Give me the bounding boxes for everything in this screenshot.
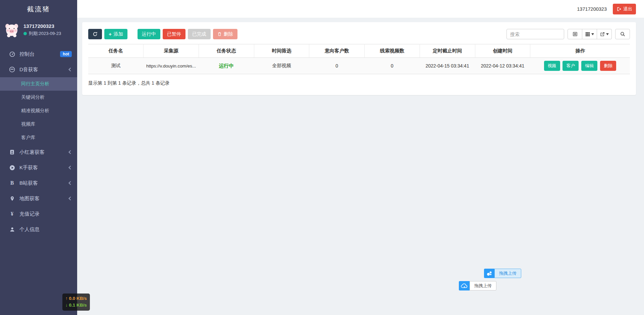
letter-b-icon: B — [9, 180, 15, 186]
cell-time-filter: 全部视频 — [254, 58, 309, 74]
cell-created: 2022-04-12 03:34:41 — [475, 58, 530, 74]
filter-completed-button[interactable]: 已完成 — [188, 29, 211, 39]
refresh-button[interactable] — [88, 29, 102, 39]
cloud-drag-upload-widget[interactable]: 拖拽上传 — [459, 281, 496, 290]
sidebar-item-recharge[interactable]: ¥ 充值记录 — [0, 206, 77, 222]
drag-upload-label: 拖拽上传 — [494, 269, 521, 278]
search-button[interactable] — [615, 29, 630, 39]
row-video-button[interactable]: 视频 — [544, 61, 560, 71]
col-time-filter[interactable]: 时间筛选 — [254, 44, 309, 58]
row-delete-button[interactable]: 删除 — [600, 61, 616, 71]
drag-upload-label: 拖拽上传 — [470, 281, 496, 290]
up-arrow-icon: ↑ — [65, 296, 68, 301]
sidebar-item-map[interactable]: 地图获客 — [0, 191, 77, 206]
cell-task-name: 测试 — [88, 58, 144, 74]
table-view-button-group — [568, 29, 612, 39]
address-book-icon — [9, 149, 15, 155]
cell-lead-videos: 0 — [365, 58, 420, 74]
sidebar: 截流猪 13717200323 到期:2023-09-23 — [0, 0, 77, 315]
sidebar-subitem-peer-homepage[interactable]: 同行主页分析 — [0, 77, 77, 91]
sidebar-item-xiaohongshu[interactable]: 小红薯获客 — [0, 144, 77, 160]
filter-paused-button[interactable]: 已暂停 — [163, 29, 185, 39]
topbar: 13717200323 退出 — [77, 0, 644, 18]
col-deadline[interactable]: 定时截止时间 — [420, 44, 475, 58]
toolbar-left: + 添加 运行中 已暂停 已完成 删除 — [88, 29, 237, 39]
cloud-icon — [459, 281, 470, 290]
logout-icon — [616, 7, 621, 11]
netdisk-drag-upload-widget[interactable]: 拖拽上传 — [484, 269, 521, 278]
chevron-left-icon — [68, 150, 72, 154]
sidebar-item-label: 个人信息 — [19, 226, 40, 233]
chevron-left-icon — [68, 181, 72, 185]
sidebar-item-label: K手获客 — [19, 165, 38, 171]
table-row: 测试 https://v.douyin.com/es... 运行中 全部视频 0… — [88, 58, 630, 74]
network-speed-overlay: ↑ 0.0 KB/s ↓ 0.1 KB/s — [62, 294, 90, 311]
sidebar-item-label: 地图获客 — [19, 195, 40, 202]
sidebar-item-console[interactable]: 控制台 hot — [0, 46, 77, 62]
add-button[interactable]: + 添加 — [104, 29, 127, 39]
sidebar-subitem-precise-video[interactable]: 精准视频分析 — [0, 104, 77, 118]
add-label: 添加 — [114, 31, 123, 37]
magnifier-icon — [620, 32, 625, 37]
delete-button[interactable]: 删除 — [213, 29, 237, 39]
cell-deadline: 2022-04-15 03:34:41 — [420, 58, 475, 74]
sidebar-subitem-keyword[interactable]: 关键词分析 — [0, 91, 77, 104]
table-header-row: 任务名 采集源 任务状态 时间筛选 意向客户数 线索视频数 定时截止时间 创建时… — [88, 44, 630, 58]
col-actions[interactable]: 操作 — [530, 44, 630, 58]
upload-speed-value: 0.0 KB/s — [69, 296, 87, 301]
chevron-left-icon — [68, 196, 72, 200]
filter-running-button[interactable]: 运行中 — [138, 29, 160, 39]
caret-down-icon — [606, 33, 609, 35]
expiry-text: 到期:2023-09-23 — [29, 31, 61, 37]
online-status-dot — [23, 32, 27, 35]
pig-avatar — [4, 22, 19, 38]
search-input[interactable] — [506, 29, 564, 39]
user-icon — [9, 226, 15, 233]
col-source[interactable]: 采集源 — [144, 44, 199, 58]
sidebar-item-label: 充值记录 — [19, 211, 40, 217]
sidebar-item-kuaishou[interactable]: K手获客 — [0, 160, 77, 175]
play-circle-icon — [9, 164, 15, 171]
cell-actions: 视频 客户 编辑 删除 — [530, 58, 630, 74]
columns-dropdown-button[interactable] — [582, 29, 597, 39]
caret-down-icon — [591, 33, 594, 35]
sidebar-item-profile[interactable]: 个人信息 — [0, 222, 77, 237]
sidebar-nav: 控制台 hot D音获客 同行主页分析 关键词分析 精准视频分析 视频库 客户库 — [0, 46, 77, 237]
sidebar-item-label: D音获客 — [19, 66, 38, 73]
app-brand: 截流猪 — [0, 0, 77, 18]
toolbar-spacer — [130, 29, 135, 39]
sidebar-item-bilibili[interactable]: B B站获客 — [0, 175, 77, 191]
handshake-icon — [9, 66, 15, 73]
col-intent-customers[interactable]: 意向客户数 — [309, 44, 365, 58]
sidebar-item-douyin[interactable]: D音获客 — [0, 62, 77, 77]
sidebar-subitem-customer-lib[interactable]: 客户库 — [0, 131, 77, 144]
row-customer-button[interactable]: 客户 — [562, 61, 579, 71]
topbar-username: 13717200323 — [577, 6, 607, 12]
panel-toolbar: + 添加 运行中 已暂停 已完成 删除 — [88, 29, 630, 39]
delete-label: 删除 — [224, 31, 233, 37]
download-speed-value: 0.1 KB/s — [69, 303, 87, 308]
export-dropdown-button[interactable] — [597, 29, 612, 39]
download-speed: ↓ 0.1 KB/s — [65, 302, 87, 309]
col-task-name[interactable]: 任务名 — [88, 44, 144, 58]
task-panel: + 添加 运行中 已暂停 已完成 删除 — [82, 22, 636, 95]
row-edit-button[interactable]: 编辑 — [581, 61, 597, 71]
col-lead-videos[interactable]: 线索视频数 — [365, 44, 420, 58]
sidebar-item-label: B站获客 — [19, 180, 38, 186]
user-block: 13717200323 到期:2023-09-23 — [0, 18, 77, 43]
cell-status: 运行中 — [199, 58, 254, 74]
logout-button[interactable]: 退出 — [613, 4, 636, 14]
douyin-submenu: 同行主页分析 关键词分析 精准视频分析 视频库 客户库 — [0, 77, 77, 144]
col-created[interactable]: 创建时间 — [475, 44, 530, 58]
dashboard-icon — [9, 51, 15, 57]
main-content: + 添加 运行中 已暂停 已完成 删除 — [77, 18, 644, 315]
plus-icon: + — [109, 31, 112, 37]
sidebar-expiry: 到期:2023-09-23 — [23, 31, 61, 37]
logout-label: 退出 — [623, 6, 632, 12]
pagination-toggle-button[interactable] — [568, 29, 582, 39]
col-status[interactable]: 任务状态 — [199, 44, 254, 58]
sidebar-subitem-video-lib[interactable]: 视频库 — [0, 118, 77, 131]
down-arrow-icon: ↓ — [65, 303, 68, 308]
sidebar-item-label: 控制台 — [19, 51, 35, 57]
hot-badge: hot — [60, 51, 72, 57]
